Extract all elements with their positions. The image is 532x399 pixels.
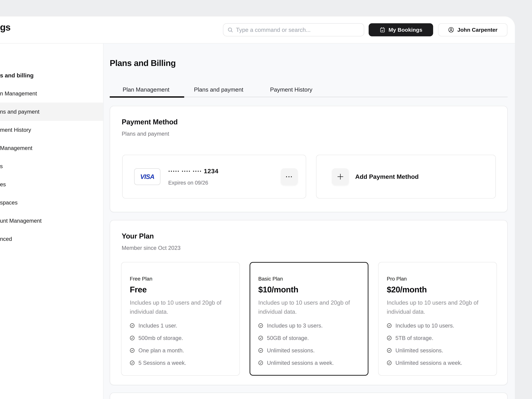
- tab-payment-history[interactable]: Payment History: [255, 82, 328, 97]
- check-circle-icon: [387, 361, 392, 365]
- sidebar: s and billing n Management ns and paymen…: [0, 44, 103, 399]
- tab-bar: Plan Management Plans and payment Paymen…: [110, 82, 508, 97]
- sidebar-item-advanced[interactable]: nced: [0, 230, 103, 248]
- card-options-button[interactable]: ···: [281, 168, 298, 185]
- calendar-check-icon: [380, 27, 386, 33]
- check-circle-icon: [258, 348, 263, 353]
- plan-description: Includes up to 10 users and 20gb of indi…: [387, 298, 488, 316]
- main-content: Plans and Billing Plan Management Plans …: [103, 44, 515, 399]
- plan-feature: Includes up to 10 users.: [387, 323, 488, 329]
- check-circle-icon: [258, 336, 263, 341]
- plan-feature: Unlimited sessions a week.: [258, 360, 360, 366]
- plan-feature: Unlimited sessions a week.: [387, 360, 488, 366]
- check-circle-icon: [130, 336, 135, 341]
- plan-feature: 50GB of storage.: [258, 335, 360, 341]
- my-bookings-button[interactable]: My Bookings: [369, 23, 433, 36]
- plan-feature: 500mb of storage.: [130, 335, 232, 341]
- check-circle-icon: [130, 361, 135, 365]
- search-input[interactable]: [236, 26, 360, 33]
- plan-feature: Unlimited sessions.: [387, 347, 488, 354]
- user-menu-button[interactable]: John Carpenter: [438, 23, 507, 36]
- sidebar-section-plans-and-billing: s and billing: [0, 66, 103, 84]
- payment-method-subtitle: Plans and payment: [122, 131, 169, 137]
- sidebar-item-5[interactable]: s: [0, 157, 103, 175]
- my-bookings-label: My Bookings: [389, 27, 422, 33]
- plus-icon: [332, 168, 349, 185]
- tab-plan-management[interactable]: Plan Management: [110, 82, 182, 97]
- visa-logo: VISA: [134, 168, 160, 185]
- your-plan-subtitle: Member since Oct 2023: [122, 245, 181, 251]
- plan-price: $20/month: [387, 285, 488, 294]
- plan-description: Includes up to 10 users and 20gb of indi…: [130, 298, 232, 316]
- next-section-card: [110, 393, 508, 399]
- check-circle-icon: [130, 348, 135, 353]
- plan-card-free[interactable]: Free Plan Free Includes up to 10 users a…: [121, 262, 240, 376]
- check-circle-icon: [258, 323, 263, 328]
- payment-method-title: Payment Method: [122, 118, 178, 126]
- plan-feature: 5TB of storage.: [387, 335, 488, 341]
- plan-options: Free Plan Free Includes up to 10 users a…: [121, 262, 497, 376]
- plan-feature: 5 Sessions a week.: [130, 360, 232, 366]
- your-plan-card: Your Plan Member since Oct 2023 Free Pla…: [110, 220, 508, 385]
- card-info: ····· ···· ···· 1234 Expires on 09/26: [168, 167, 219, 186]
- check-circle-icon: [387, 336, 392, 341]
- search-icon: [227, 27, 233, 33]
- card-expiry: Expires on 09/26: [168, 180, 219, 186]
- check-circle-icon: [387, 323, 392, 328]
- user-circle-icon: [448, 27, 454, 33]
- plan-description: Includes up to 10 users and 20gb of indi…: [258, 298, 360, 316]
- plan-card-basic-selected[interactable]: Basic Plan $10/month Includes up to 10 u…: [250, 262, 368, 376]
- plan-price: $10/month: [258, 285, 360, 294]
- plan-feature: Unlimited sessions.: [258, 347, 360, 354]
- app-logo: gs: [0, 21, 10, 34]
- sidebar-item-plan-management[interactable]: n Management: [0, 84, 103, 103]
- tab-plans-and-payment[interactable]: Plans and payment: [182, 82, 255, 97]
- page-title: Plans and Billing: [110, 58, 176, 68]
- plan-price: Free: [130, 285, 232, 294]
- plan-feature: Includes 1 user.: [130, 323, 232, 329]
- payment-method-row: VISA ····· ···· ···· 1234 Expires on 09/…: [122, 155, 496, 198]
- saved-card-item: VISA ····· ···· ···· 1234 Expires on 09/…: [122, 155, 306, 198]
- plan-name: Pro Plan: [387, 276, 488, 282]
- sidebar-item-spaces[interactable]: spaces: [0, 194, 103, 212]
- your-plan-title: Your Plan: [122, 232, 154, 240]
- plan-name: Free Plan: [130, 276, 232, 282]
- plan-feature: One plan a month.: [130, 347, 232, 354]
- sidebar-item-6[interactable]: es: [0, 175, 103, 194]
- check-circle-icon: [258, 361, 263, 365]
- visa-wordmark: VISA: [140, 173, 154, 180]
- plan-feature: Includes up to 3 users.: [258, 323, 360, 329]
- sidebar-item-management[interactable]: Management: [0, 139, 103, 157]
- sidebar-item-account-management[interactable]: unt Management: [0, 212, 103, 230]
- app-screen: gs My Bookings John Carpenter s and bill…: [0, 0, 532, 399]
- card-masked-number: ····· ···· ···· 1234: [168, 167, 219, 175]
- check-circle-icon: [130, 323, 135, 328]
- add-payment-method-button[interactable]: Add Payment Method: [316, 155, 496, 198]
- add-payment-method-label: Add Payment Method: [355, 173, 419, 180]
- active-tab-indicator: [110, 96, 184, 98]
- plan-card-pro[interactable]: Pro Plan $20/month Includes up to 10 use…: [378, 262, 497, 376]
- sidebar-item-plans-and-payment[interactable]: ns and payment: [0, 103, 103, 121]
- payment-method-card: Payment Method Plans and payment VISA ··…: [110, 106, 508, 212]
- command-search-bar[interactable]: [223, 23, 364, 36]
- check-circle-icon: [387, 348, 392, 353]
- sidebar-item-payment-history[interactable]: ment History: [0, 121, 103, 139]
- user-name-label: John Carpenter: [457, 27, 497, 33]
- plan-name: Basic Plan: [258, 276, 360, 282]
